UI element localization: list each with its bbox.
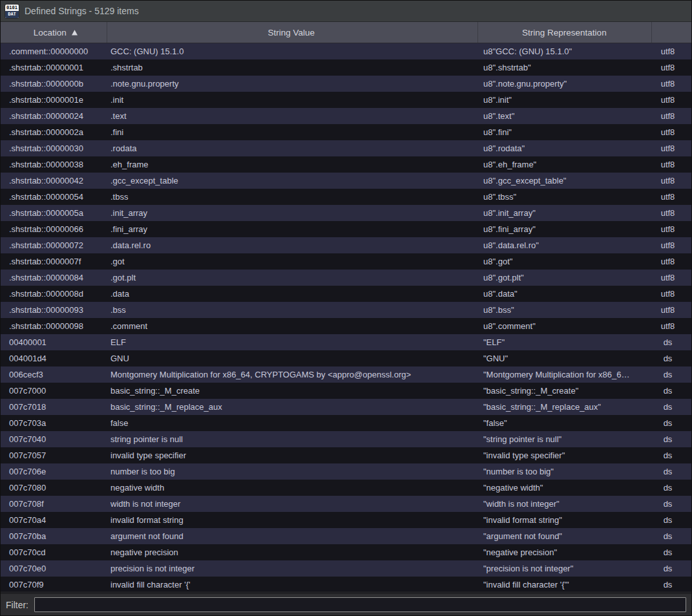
table-row[interactable]: .shstrtab::0000000b.note.gnu.propertyu8"… [1, 76, 691, 92]
table-row[interactable]: .shstrtab::0000008d.datau8".data"utf8 [1, 286, 691, 302]
column-header-charset[interactable] [652, 22, 691, 43]
icon-text-bottom: DAT [5, 11, 19, 18]
table-row[interactable]: 004001d4GNU"GNU"ds [1, 350, 691, 366]
string-representation-cell: u8".data" [479, 289, 653, 299]
charset-cell: utf8 [653, 321, 691, 331]
string-representation-cell: u8".gcc_except_table" [479, 176, 653, 186]
string-representation-cell: "basic_string::_M_create" [479, 386, 653, 396]
location-cell: 007c706e [1, 467, 107, 476]
table-row[interactable]: .shstrtab::00000024.textu8".text"utf8 [1, 108, 691, 124]
string-value-cell: .data [107, 289, 479, 299]
string-representation-cell: u8".eh_frame" [479, 160, 653, 169]
table-row[interactable]: 007c7000basic_string::_M_create"basic_st… [1, 383, 691, 399]
string-value-cell: basic_string::_M_replace_aux [107, 402, 479, 412]
column-header-label: String Representation [522, 28, 607, 37]
table-row[interactable]: 007c70f9invalid fill character '{'"inval… [1, 577, 691, 591]
column-header-location[interactable]: Location [1, 22, 107, 43]
string-representation-cell: "invalid fill character '{'" [479, 580, 653, 589]
table-row[interactable]: 007c703afalse"false"ds [1, 415, 691, 431]
charset-cell: utf8 [653, 79, 691, 89]
string-value-cell: negative precision [107, 547, 479, 557]
charset-cell: ds [653, 547, 691, 557]
string-value-cell: .bss [107, 305, 479, 315]
table-row[interactable]: .shstrtab::00000098.commentu8".comment"u… [1, 318, 691, 334]
string-value-cell: false [107, 418, 479, 428]
location-cell: 007c708f [1, 499, 107, 509]
table-row[interactable]: 007c7018basic_string::_M_replace_aux"bas… [1, 399, 691, 415]
table-row[interactable]: .shstrtab::00000038.eh_frameu8".eh_frame… [1, 156, 691, 173]
charset-cell: ds [653, 515, 691, 525]
string-representation-cell: u8".comment" [479, 321, 653, 331]
string-value-cell: .init [107, 95, 479, 105]
string-value-cell: .init_array [107, 208, 479, 218]
string-representation-cell: "number is too big" [479, 467, 653, 476]
string-representation-cell: u8"GCC: (GNU) 15.1.0" [479, 47, 653, 56]
charset-cell: utf8 [653, 143, 691, 153]
table-row[interactable]: .shstrtab::00000054.tbssu8".tbss"utf8 [1, 189, 691, 205]
string-representation-cell: "basic_string::_M_replace_aux" [479, 402, 653, 412]
filter-bar: Filter: [1, 591, 691, 615]
table-row[interactable]: 007c7080negative width"negative width"ds [1, 480, 691, 496]
table-row[interactable]: 007c7057invalid type specifier"invalid t… [1, 447, 691, 463]
string-representation-cell: "negative precision" [479, 547, 653, 557]
location-cell: 007c70cd [1, 547, 107, 557]
string-value-cell: basic_string::_M_create [107, 386, 479, 396]
string-value-cell: .shstrtab [107, 63, 479, 72]
charset-cell: ds [653, 580, 691, 589]
location-cell: .shstrtab::00000054 [1, 192, 107, 202]
string-value-cell: GNU [107, 354, 479, 363]
table-row[interactable]: .shstrtab::00000001.shstrtabu8".shstrtab… [1, 59, 691, 76]
title-bar[interactable]: 0101 DAT Defined Strings - 5129 items [1, 1, 691, 22]
charset-cell: utf8 [653, 176, 691, 186]
charset-cell: ds [653, 418, 691, 428]
filter-input[interactable] [34, 597, 686, 612]
table-row[interactable]: .shstrtab::0000001e.initu8".init"utf8 [1, 92, 691, 108]
string-value-cell: GCC: (GNU) 15.1.0 [107, 47, 479, 56]
charset-cell: ds [653, 337, 691, 347]
column-header-string-value[interactable]: String Value [107, 22, 478, 43]
string-value-cell: .gcc_except_table [107, 176, 479, 186]
string-value-cell: .comment [107, 321, 479, 331]
table-row[interactable]: .shstrtab::00000066.fini_arrayu8".fini_a… [1, 221, 691, 237]
table-row[interactable]: .shstrtab::00000093.bssu8".bss"utf8 [1, 302, 691, 318]
charset-cell: utf8 [653, 224, 691, 234]
location-cell: .shstrtab::0000001e [1, 95, 107, 105]
table-row[interactable]: .shstrtab::0000002a.finiu8".fini"utf8 [1, 124, 691, 140]
string-representation-cell: u8".init_array" [479, 208, 653, 218]
string-representation-cell: u8".text" [479, 111, 653, 121]
string-representation-cell: u8".tbss" [479, 192, 653, 202]
string-representation-cell: "invalid format string" [479, 515, 653, 525]
table-row[interactable]: 007c70e0precision is not integer"precisi… [1, 560, 691, 577]
string-value-cell: width is not integer [107, 499, 479, 509]
table-row[interactable]: 007c706enumber is too big"number is too … [1, 463, 691, 480]
location-cell: .shstrtab::00000001 [1, 63, 107, 72]
defined-strings-icon: 0101 DAT [5, 5, 19, 18]
table-row[interactable]: .shstrtab::0000005a.init_arrayu8".init_a… [1, 205, 691, 221]
table-row[interactable]: 006cecf3Montgomery Multiplication for x8… [1, 366, 691, 383]
string-representation-cell: "invalid type specifier" [479, 451, 653, 460]
string-value-cell: invalid fill character '{' [107, 580, 479, 589]
location-cell: .comment::00000000 [1, 47, 107, 56]
charset-cell: ds [653, 467, 691, 476]
column-header-string-representation[interactable]: String Representation [478, 22, 653, 43]
table-row[interactable]: .shstrtab::00000042.gcc_except_tableu8".… [1, 173, 691, 189]
table-row[interactable]: 007c70baargument not found"argument not … [1, 528, 691, 544]
table-row[interactable]: 00400001ELF"ELF"ds [1, 334, 691, 350]
table-row[interactable]: .shstrtab::0000007f.gotu8".got"utf8 [1, 253, 691, 270]
table-row[interactable]: 007c708fwidth is not integer"width is no… [1, 496, 691, 512]
table-row[interactable]: .shstrtab::00000030.rodatau8".rodata"utf… [1, 140, 691, 156]
string-representation-cell: u8".init" [479, 95, 653, 105]
location-cell: .shstrtab::00000098 [1, 321, 107, 331]
charset-cell: utf8 [653, 305, 691, 315]
location-cell: .shstrtab::00000038 [1, 160, 107, 169]
string-representation-cell: "string pointer is null" [479, 434, 653, 444]
table-row[interactable]: .shstrtab::00000072.data.rel.rou8".data.… [1, 237, 691, 253]
table-row[interactable]: 007c7040string pointer is null"string po… [1, 431, 691, 447]
charset-cell: ds [653, 354, 691, 363]
charset-cell: utf8 [653, 192, 691, 202]
table-row[interactable]: .shstrtab::00000084.got.pltu8".got.plt"u… [1, 270, 691, 286]
table-row[interactable]: 007c70a4invalid format string"invalid fo… [1, 512, 691, 528]
sort-ascending-icon [71, 29, 78, 36]
table-row[interactable]: .comment::00000000GCC: (GNU) 15.1.0u8"GC… [1, 43, 691, 59]
table-row[interactable]: 007c70cdnegative precision"negative prec… [1, 544, 691, 560]
